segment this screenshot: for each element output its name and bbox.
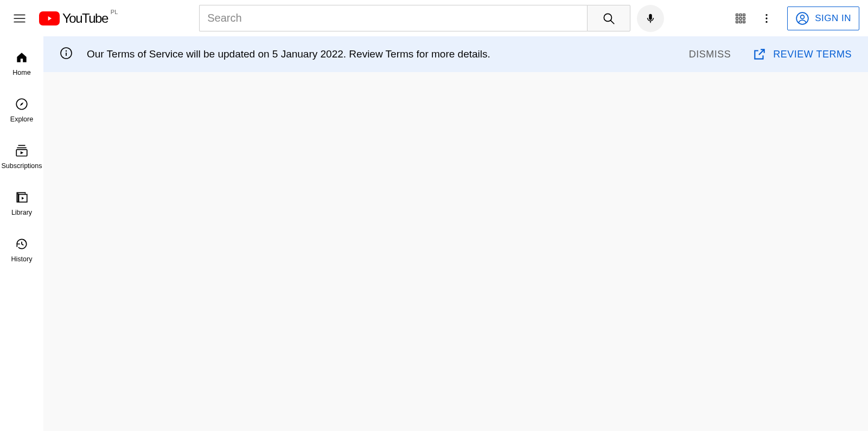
dismiss-button[interactable]: DISMISS [689,49,731,60]
sign-in-button[interactable]: SIGN IN [787,7,859,30]
sign-in-label: SIGN IN [815,13,851,24]
svg-line-26 [759,49,764,55]
svg-point-24 [66,50,67,52]
sidebar-item-home[interactable]: Home [0,41,43,87]
svg-point-15 [766,21,768,22]
svg-rect-12 [743,21,745,23]
info-icon [60,47,73,62]
svg-point-13 [766,14,768,15]
youtube-logo[interactable]: YouTube PL [39,11,118,26]
apps-button[interactable] [730,8,751,29]
svg-rect-4 [736,14,738,16]
home-icon [15,50,29,65]
user-circle-icon [795,11,809,25]
svg-rect-7 [736,17,738,20]
voice-search-button[interactable] [637,5,664,32]
sidebar-item-label: History [11,255,33,263]
play-badge-icon [39,11,60,25]
svg-point-17 [801,15,805,18]
review-terms-label: REVIEW TERMS [773,49,852,60]
svg-rect-8 [739,17,742,20]
sidebar-item-explore[interactable]: Explore [0,87,43,134]
microphone-icon [644,12,656,24]
sidebar-item-library[interactable]: Library [0,181,43,227]
search-bar [199,5,630,31]
library-icon [15,190,29,204]
sidebar-item-history[interactable]: History [0,227,43,274]
sidebar-item-label: Library [11,209,32,216]
svg-rect-11 [739,21,742,23]
sidebar-item-subscriptions[interactable]: Subscriptions [0,134,43,181]
svg-point-14 [766,17,768,19]
svg-rect-5 [739,14,742,16]
history-icon [15,237,29,251]
banner-message: Our Terms of Service will be updated on … [87,48,689,60]
svg-line-1 [611,20,614,23]
compass-icon [15,97,29,111]
svg-rect-2 [649,14,653,20]
menu-icon [12,11,27,25]
svg-rect-6 [743,14,745,16]
svg-rect-9 [743,17,745,20]
guide-button[interactable] [9,8,30,29]
settings-button[interactable] [756,8,777,29]
sidebar-item-label: Subscriptions [1,162,42,170]
external-link-icon [752,47,767,61]
sidebar-item-label: Home [12,69,30,76]
mini-guide: Home Explore Subscriptions Library [0,36,43,431]
search-icon [602,11,616,25]
country-code: PL [111,9,118,15]
search-input[interactable] [199,5,587,31]
search-button[interactable] [587,5,630,31]
logo-text: YouTube [62,11,108,26]
kebab-icon [761,12,773,24]
topbar: YouTube PL [0,0,868,36]
review-terms-button[interactable]: REVIEW TERMS [752,47,852,61]
sidebar-item-label: Explore [10,115,33,123]
subscriptions-icon [15,144,29,158]
main-content: Our Terms of Service will be updated on … [43,36,868,431]
svg-rect-10 [736,21,738,23]
topbar-right: SIGN IN [730,7,859,30]
terms-banner: Our Terms of Service will be updated on … [43,36,868,72]
apps-grid-icon [735,12,746,24]
